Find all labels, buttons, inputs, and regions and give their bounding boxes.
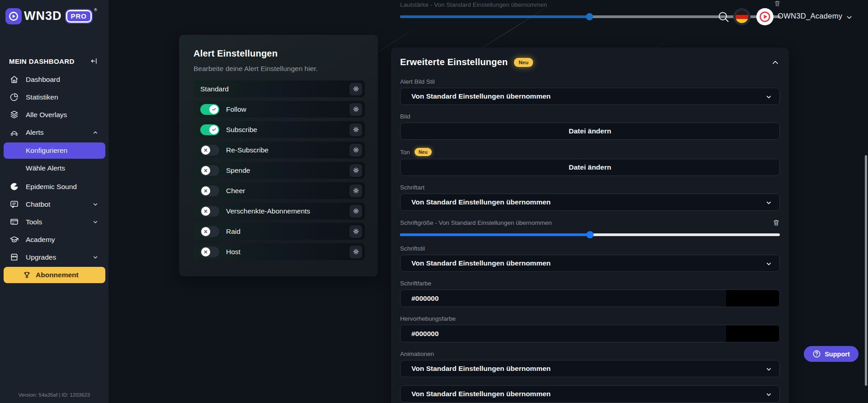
alert-row-follow[interactable]: Follow [193, 101, 365, 118]
sidebar-item-konfigurieren[interactable]: Konfigurieren [4, 142, 105, 159]
abonnement-label: Abonnement [36, 271, 79, 279]
select-value: Von Standard Einstellungen übernommen [411, 92, 551, 100]
font-select[interactable]: Von Standard Einstellungen übernommen [400, 194, 780, 211]
gear-icon[interactable] [349, 185, 362, 197]
support-button[interactable]: Support [804, 346, 859, 362]
font-color-field [400, 289, 780, 307]
sidebar-item-tools[interactable]: Tools [0, 213, 108, 231]
support-label: Support [825, 351, 850, 358]
sidebar-item-alle-overlays[interactable]: Alle Overlays [0, 106, 108, 123]
alert-settings-panel: Alert Einstellungen Bearbeite deine Aler… [179, 35, 378, 276]
pro-badge: PRO [66, 10, 92, 23]
select-value: Von Standard Einstellungen übernommen [411, 198, 551, 206]
sidebar-item-chatbot[interactable]: Chatbot [0, 195, 108, 213]
alert-row-label: Re-Subscribe [226, 146, 269, 154]
chevron-down-icon [92, 219, 99, 225]
alert-row-cheer[interactable]: Cheer [193, 182, 365, 199]
play-logo-icon [5, 8, 22, 24]
host-toggle[interactable] [200, 247, 219, 257]
button-label: Datei ändern [569, 127, 611, 135]
sidebar-item-dashboard[interactable]: Dashboard [0, 71, 108, 88]
animations-select[interactable]: Von Standard Einstellungen übernommen [400, 360, 780, 377]
font-size-label: Schriftgröße - Von Standard Einstellunge… [400, 219, 552, 226]
avatar[interactable] [756, 8, 774, 25]
spende-toggle[interactable] [200, 165, 219, 176]
top-header: OWN3D_Academy [108, 0, 868, 33]
settings-panel-title: Erweiterte Einstellungen [400, 57, 508, 67]
gear-icon[interactable] [349, 144, 362, 156]
alert-image-style-select[interactable]: Von Standard Einstellungen übernommen [400, 88, 780, 105]
gear-icon[interactable] [349, 83, 362, 95]
font-size-slider[interactable] [400, 231, 780, 238]
scrollbar-thumb[interactable] [865, 155, 867, 386]
font-size-reset-trash-icon[interactable] [773, 219, 780, 226]
select-value: Von Standard Einstellungen übernommen [411, 365, 551, 373]
chat-bubble-icon [9, 199, 19, 209]
font-color-input[interactable] [400, 289, 780, 307]
chevron-down-icon [765, 199, 772, 206]
gear-icon[interactable] [349, 246, 362, 258]
sidebar-item-academy[interactable]: Academy [0, 231, 108, 248]
language-selector[interactable] [733, 8, 750, 25]
chevron-down-icon [92, 201, 99, 208]
highlight-color-swatch[interactable] [726, 325, 779, 342]
subscribe-toggle[interactable] [200, 124, 219, 135]
select-value: Von Standard Einstellungen übernommen [411, 390, 551, 398]
sidebar-item-statistiken[interactable]: Statistiken [0, 88, 108, 106]
font-color-swatch[interactable] [726, 290, 779, 307]
alert-row-spende[interactable]: Spende [193, 162, 365, 179]
registered-mark: ® [94, 8, 97, 12]
sound-change-file-button[interactable]: Datei ändern [400, 159, 780, 176]
version-info: Version: 54a35af | ID: 1203623 [0, 392, 108, 398]
chevron-down-icon [765, 261, 772, 267]
sidebar-item-abonnement[interactable]: Abonnement [4, 267, 105, 283]
raid-toggle[interactable] [200, 226, 219, 237]
alert-row-subscribe[interactable]: Subscribe [193, 121, 365, 138]
gear-icon[interactable] [349, 103, 362, 116]
neu-badge: Neu [415, 148, 432, 156]
chevron-down-icon[interactable] [845, 14, 853, 21]
select-value: Von Standard Einstellungen übernommen [411, 259, 551, 267]
own3d-dashboard: Lautstärke - Von Standard Einstellungen … [0, 0, 868, 403]
chevron-down-icon [765, 366, 772, 373]
own3d-pro-logo[interactable]: WN3D PRO ® [0, 0, 108, 25]
gifted-subs-toggle[interactable] [200, 206, 219, 217]
gear-icon[interactable] [349, 225, 362, 238]
alert-row-standard[interactable]: Standard [193, 81, 365, 97]
alert-row-label: Raid [226, 228, 241, 236]
sidebar-item-alerts[interactable]: Alerts [0, 123, 108, 141]
alert-row-label: Host [226, 248, 241, 256]
resubscribe-toggle[interactable] [200, 145, 219, 156]
sidebar-collapse-icon[interactable] [90, 57, 99, 65]
chevron-up-icon [92, 129, 99, 136]
alert-row-label: Spende [226, 166, 250, 175]
logo-wordmark: WN3D [24, 9, 62, 23]
image-change-file-button[interactable]: Datei ändern [400, 123, 780, 140]
alert-row-host[interactable]: Host [193, 243, 365, 260]
alert-panel-subtitle: Bearbeite deine Alert Einstellungen hier… [193, 65, 365, 73]
alert-row-verschenkte-abonnements[interactable]: Verschenkte-Abonnements [193, 203, 365, 219]
gear-icon[interactable] [349, 205, 362, 218]
extra-select[interactable]: Von Standard Einstellungen übernommen [400, 385, 780, 403]
sidebar-item-upgrades[interactable]: Upgrades [0, 248, 108, 266]
chevron-down-icon [765, 391, 772, 398]
username-menu[interactable]: OWN3D_Academy [778, 12, 842, 20]
gear-icon[interactable] [349, 164, 362, 177]
alert-row-raid[interactable]: Raid [193, 223, 365, 240]
image-label: Bild [400, 113, 780, 120]
alert-row-resubscribe[interactable]: Re-Subscribe [193, 142, 365, 158]
highlight-color-input[interactable] [400, 325, 780, 342]
font-size-slider-thumb[interactable] [586, 231, 594, 238]
follow-toggle[interactable] [200, 104, 219, 115]
chevron-down-icon [765, 94, 772, 100]
search-icon[interactable] [717, 10, 730, 23]
font-style-select[interactable]: Von Standard Einstellungen übernommen [400, 255, 780, 272]
cheer-toggle[interactable] [200, 185, 219, 196]
collapse-section-chevron-up-icon[interactable] [771, 58, 780, 67]
sidebar-item-epidemic-sound[interactable]: Epidemic Sound [0, 178, 108, 195]
sidebar-item-waehle-alerts[interactable]: Wähle Alerts [4, 160, 105, 176]
font-label: Schriftart [400, 184, 780, 191]
alert-image-style-label: Alert Bild Stil [400, 78, 780, 85]
alert-row-label: Verschenkte-Abonnements [226, 207, 310, 215]
gear-icon[interactable] [349, 123, 362, 136]
